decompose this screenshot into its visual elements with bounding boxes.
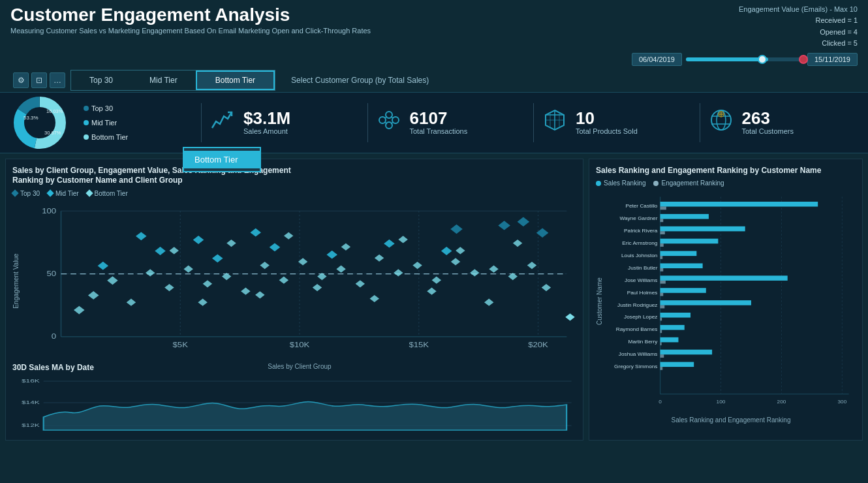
transactions-icon	[376, 107, 402, 138]
svg-rect-139	[660, 330, 662, 334]
slider-thumb-start[interactable]	[758, 55, 767, 64]
svg-rect-126	[660, 276, 788, 281]
svg-rect-67	[284, 232, 293, 240]
svg-rect-57	[432, 277, 441, 284]
scatter-legend: Top 30 Mid Tier Bottom Tier	[12, 190, 576, 197]
svg-text:100: 100	[717, 399, 726, 405]
svg-rect-87	[450, 225, 463, 234]
right-chart-panel: Sales Ranking and Engagement Ranking by …	[589, 159, 863, 441]
svg-text:Wayne Gardner: Wayne Gardner	[620, 216, 658, 222]
transactions-value: 6107	[410, 110, 468, 127]
top30-legend-label: Top 30	[20, 190, 40, 197]
left-chart-panel: Sales by Client Group, Engagement Value,…	[5, 159, 583, 441]
svg-rect-74	[484, 299, 493, 306]
svg-text:$16K: $16K	[22, 378, 40, 384]
svg-rect-132	[660, 300, 751, 305]
date-end-button[interactable]: 15/11/2019	[807, 53, 858, 66]
scatter-y-label: Engagement Value	[12, 204, 23, 359]
top-controls: ⚙ ⊡ … Top 30 Mid Tier Bottom Tier Select…	[0, 69, 868, 92]
sales-ma-panel: 30D Sales MA by Date $16K $14K $12K	[12, 363, 576, 433]
svg-rect-56	[412, 262, 422, 269]
svg-text:Gregory Simmons: Gregory Simmons	[614, 364, 658, 370]
svg-text:Justin Rodriguez: Justin Rodriguez	[617, 302, 657, 308]
svg-rect-142	[660, 343, 662, 346]
donut-section: 53.3% 16.03% 30.67% Top 30 Mid Tier Bott…	[10, 97, 193, 149]
svg-rect-141	[660, 337, 679, 343]
date-slider[interactable]	[686, 57, 803, 61]
more-icon-button[interactable]: …	[50, 72, 65, 88]
svg-rect-77	[98, 262, 109, 270]
svg-text:Martin Berry: Martin Berry	[628, 339, 658, 345]
svg-text:Louis Johnston: Louis Johnston	[621, 253, 657, 259]
scatter-wrapper: Engagement Value 100	[12, 204, 576, 359]
products-label: Total Products Sold	[576, 127, 638, 136]
scatter-x-label: Sales by Client Group	[23, 363, 576, 370]
svg-rect-129	[660, 288, 706, 294]
legend-top30: Top 30	[12, 190, 40, 197]
svg-rect-55	[394, 269, 403, 276]
svg-rect-130	[660, 293, 664, 296]
svg-rect-136	[660, 318, 662, 321]
bar-chart-wrapper: Customer Name 0 100 200 300	[596, 191, 856, 413]
sales-icon	[209, 107, 236, 138]
svg-text:0: 0	[659, 399, 662, 405]
tab-top30[interactable]: Top 30	[71, 70, 131, 90]
top30-label: Top 30	[91, 104, 113, 112]
svg-rect-79	[212, 254, 223, 262]
svg-rect-111	[660, 214, 709, 219]
svg-rect-70	[370, 295, 379, 302]
bottomtier-label: Bottom Tier	[91, 133, 128, 141]
svg-rect-63	[170, 247, 179, 254]
legend-bottomtier: Bottom Tier	[87, 190, 128, 197]
kpi-customers-text: 263 Total Customers	[742, 110, 794, 136]
svg-rect-127	[660, 281, 666, 284]
kpi-products: 10 Total Products Sold	[542, 107, 692, 138]
donut-chart: 53.3% 16.03% 30.67%	[10, 97, 76, 149]
header-right: Engagement Value (Emails) - Max 10 Recei…	[632, 5, 858, 66]
svg-text:$5K: $5K	[173, 341, 189, 348]
svg-rect-138	[660, 325, 685, 330]
svg-rect-65	[226, 240, 236, 247]
svg-text:300: 300	[837, 399, 846, 405]
top30-diamond	[11, 190, 18, 197]
svg-text:50: 50	[47, 270, 57, 277]
page-title: Customer Engagement Analysis	[10, 5, 371, 25]
sales-ranking-dot	[596, 181, 601, 186]
kpi-transactions: 6107 Total Transactions	[376, 107, 526, 138]
clicked-stat: Clicked = 5	[815, 38, 858, 50]
svg-rect-91	[565, 313, 574, 320]
kpi-divider-4	[700, 103, 700, 142]
svg-text:$15K: $15K	[409, 341, 429, 348]
svg-rect-147	[660, 362, 694, 367]
svg-text:Joseph Lopez: Joseph Lopez	[624, 315, 657, 320]
date-start-button[interactable]: 06/04/2019	[632, 53, 682, 66]
svg-rect-49	[279, 277, 288, 284]
expand-icon-button[interactable]: ⊡	[31, 72, 47, 88]
svg-rect-64	[198, 299, 207, 306]
filter-icon-button[interactable]: ⚙	[13, 72, 29, 88]
tab-midtier[interactable]: Mid Tier	[131, 70, 196, 90]
dropdown-item-bottomtier[interactable]: Bottom Tier	[184, 151, 260, 168]
bar-x-label: Sales Ranking and Engagement Ranking	[606, 416, 856, 424]
area-chart-wrapper: $16K $14K $12K	[12, 375, 576, 433]
kpi-divider-1	[201, 103, 202, 142]
svg-rect-114	[660, 226, 745, 232]
svg-rect-73	[456, 247, 465, 254]
kpi-divider-2	[367, 103, 368, 142]
tab-bottomtier[interactable]: Bottom Tier	[196, 70, 275, 90]
slider-thumb-end[interactable]	[799, 55, 808, 64]
svg-rect-82	[384, 240, 395, 248]
filter-tabs: Top 30 Mid Tier Bottom Tier	[70, 70, 275, 91]
svg-rect-69	[341, 243, 350, 251]
legend-midtier: Mid Tier	[48, 190, 79, 197]
kpi-sales: $3.1M Sales Amount	[209, 107, 360, 138]
filter-icons: ⚙ ⊡ …	[13, 72, 65, 88]
midtier-dot	[84, 120, 89, 125]
svg-rect-53	[356, 280, 365, 287]
svg-rect-80	[270, 243, 281, 251]
svg-rect-41	[127, 299, 136, 306]
svg-rect-112	[660, 219, 664, 223]
customers-label: Total Customers	[742, 127, 794, 136]
charts-area: Sales by Client Group, Engagement Value,…	[0, 153, 868, 441]
donut-legend: Top 30 Mid Tier Bottom Tier	[84, 101, 128, 144]
